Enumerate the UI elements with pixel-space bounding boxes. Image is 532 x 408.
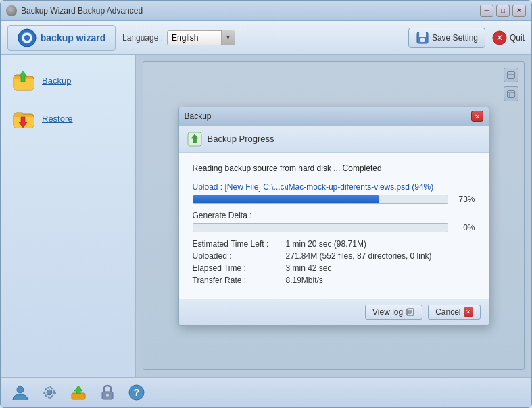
cancel-label: Cancel [435, 307, 460, 317]
dialog-header-text: Backup Progress [208, 134, 274, 144]
elapsed-value: 3 min 42 sec [286, 263, 332, 273]
svg-rect-4 [419, 32, 426, 37]
upload-progress-pct: 73% [454, 195, 475, 204]
main-window: Backup Wizard Backup Advanced ─ □ ✕ back… [0, 0, 532, 408]
upload-label: Upload : [New File] C:\...c\iMac-mock-up… [193, 182, 475, 192]
sidebar: Backup Restore [1, 55, 136, 377]
quit-button[interactable]: ✕ Quit [492, 30, 525, 45]
content-area: Backup Restore [1, 55, 531, 377]
upload-progress-bar-bg [193, 195, 448, 204]
bottom-bar: ? [1, 377, 531, 407]
svg-rect-5 [420, 38, 425, 42]
upload-progress-row: 73% [193, 195, 475, 204]
sidebar-item-backup-label: Backup [42, 76, 71, 86]
close-button[interactable]: ✕ [512, 5, 526, 17]
svg-point-27 [106, 394, 109, 397]
cancel-button[interactable]: Cancel ✕ [428, 305, 480, 320]
delta-label: Generate Delta : [193, 211, 475, 220]
language-select-wrapper[interactable]: English ▼ [167, 30, 235, 45]
maximize-button[interactable]: □ [496, 5, 510, 17]
estimated-value: 1 min 20 sec (98.71M) [286, 239, 366, 249]
logo-text: backup wizard [41, 32, 105, 43]
backup-icon [11, 68, 35, 93]
restore-icon [11, 106, 35, 130]
view-log-icon [406, 307, 415, 317]
sidebar-item-backup[interactable]: Backup [1, 61, 135, 99]
language-select[interactable]: English [167, 30, 235, 45]
view-log-label: View log [372, 307, 403, 317]
estimated-time-row: Estimated Time Left : 1 min 20 sec (98.7… [193, 239, 475, 249]
sidebar-item-restore-label: Restore [42, 113, 73, 124]
dialog-title: Backup [185, 111, 212, 121]
modal-overlay: Backup ✕ Backup Progress [136, 55, 531, 377]
delta-progress-pct: 0% [454, 223, 475, 232]
transfer-label: Transfer Rate : [193, 276, 281, 285]
dialog-title-bar: Backup ✕ [179, 107, 489, 126]
lock-icon[interactable] [98, 383, 117, 402]
upload-progress-section: Upload : [New File] C:\...c\iMac-mock-up… [193, 182, 475, 204]
title-bar-icon [6, 5, 17, 16]
logo-icon [18, 28, 37, 47]
dialog-body: Reading backup source from hard disk ...… [179, 153, 489, 299]
title-bar-controls: ─ □ ✕ [480, 5, 526, 17]
save-setting-icon [416, 31, 429, 45]
transfer-rate-row: Transfer Rate : 8.19Mbit/s [193, 276, 475, 285]
delta-progress-row: 0% [193, 223, 475, 232]
backup-dialog: Backup ✕ Backup Progress [178, 107, 489, 326]
estimated-label: Estimated Time Left : [193, 239, 281, 249]
toolbar: backup wizard Language : English ▼ Save … [1, 21, 531, 55]
elapsed-time-row: Elapsed Time : 3 min 42 sec [193, 263, 475, 273]
progress-icon [187, 132, 202, 147]
svg-point-22 [47, 390, 52, 395]
svg-text:✕: ✕ [496, 33, 503, 43]
help-icon[interactable]: ? [127, 383, 146, 402]
minimize-button[interactable]: ─ [480, 5, 493, 17]
upload-progress-bar-fill [193, 195, 379, 203]
logo-area: backup wizard [7, 25, 116, 51]
delta-progress-bar-bg [193, 223, 448, 232]
svg-text:?: ? [134, 387, 140, 398]
save-setting-button[interactable]: Save Setting [408, 28, 485, 48]
view-log-button[interactable]: View log [365, 305, 422, 320]
dialog-close-button[interactable]: ✕ [471, 111, 483, 122]
quit-label: Quit [510, 33, 525, 43]
elapsed-label: Elapsed Time : [193, 263, 281, 273]
transfer-value: 8.19Mbit/s [286, 276, 323, 285]
svg-marker-25 [74, 386, 82, 394]
right-area: Backup ✕ Backup Progress [136, 55, 531, 377]
uploaded-label: Uploaded : [193, 251, 281, 261]
uploaded-row: Uploaded : 271.84M (552 files, 87 direct… [193, 251, 475, 261]
status-line: Reading backup source from hard disk ...… [193, 163, 475, 173]
svg-point-21 [17, 386, 24, 393]
delta-progress-section: Generate Delta : 0% [193, 211, 475, 232]
quit-icon: ✕ [492, 30, 507, 45]
dialog-header: Backup Progress [179, 126, 489, 153]
title-bar: Backup Wizard Backup Advanced ─ □ ✕ [1, 1, 531, 21]
window-title: Backup Wizard Backup Advanced [21, 6, 480, 16]
uploaded-value: 271.84M (552 files, 87 directories, 0 li… [286, 251, 432, 261]
language-area: Language : English ▼ [122, 30, 402, 45]
svg-rect-24 [72, 393, 85, 399]
cancel-x-icon: ✕ [464, 307, 473, 317]
sidebar-item-restore[interactable]: Restore [1, 99, 135, 137]
user-icon[interactable] [11, 383, 30, 402]
upload-bottom-icon[interactable] [69, 383, 88, 402]
info-section: Estimated Time Left : 1 min 20 sec (98.7… [193, 239, 475, 285]
svg-point-2 [24, 35, 30, 41]
language-label: Language : [122, 33, 163, 43]
dialog-footer: View log Cancel ✕ [179, 299, 489, 325]
gear-icon[interactable] [40, 383, 59, 402]
save-setting-label: Save Setting [432, 33, 478, 43]
